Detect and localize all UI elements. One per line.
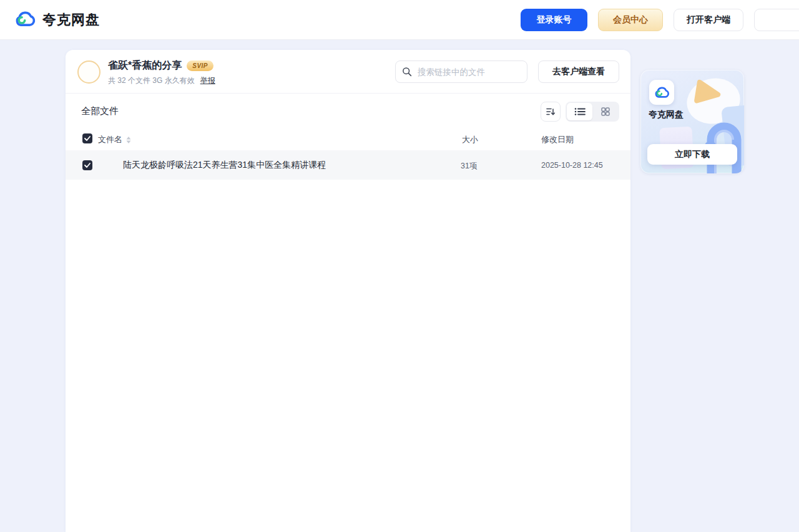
brand[interactable]: 夸克网盘 [14,0,100,40]
download-now-button[interactable]: 立即下载 [647,144,737,165]
report-link[interactable]: 举报 [200,75,215,86]
share-meta-text: 共 32 个文件 3G 永久有效 [108,75,195,86]
brand-name: 夸克网盘 [42,11,100,29]
list-view-button[interactable] [567,103,592,120]
row-checkbox[interactable] [82,160,92,170]
grid-view-icon [600,107,610,117]
share-header: 雀跃*香蕉的分享 SVIP 共 32 个文件 3G 永久有效 举报 去客户端查看 [66,50,630,94]
column-name-label: 文件名 [98,134,122,145]
select-all-checkbox[interactable] [82,133,92,143]
share-panel: 雀跃*香蕉的分享 SVIP 共 32 个文件 3G 永久有效 举报 去客户端查看… [66,50,630,532]
column-date-label: 修改日期 [541,134,574,145]
all-files-title: 全部文件 [81,105,119,117]
header-extra-button[interactable] [754,9,799,31]
view-in-client-button[interactable]: 去客户端查看 [538,60,619,83]
file-name[interactable]: 陆天龙极龄呼吸法21天养生营31集中医全集精讲课程 [123,160,326,171]
vip-center-button[interactable]: 会员中心 [598,9,663,31]
folder-icon-placeholder [105,158,120,173]
header-actions: 登录账号 会员中心 打开客户端 [521,9,799,31]
grid-view-button[interactable] [592,103,618,120]
name-sort-arrows-icon[interactable] [126,137,131,143]
sort-order-button[interactable] [541,102,561,122]
file-date: 2025-10-28 12:45 [541,161,603,170]
file-size: 31项 [461,161,477,172]
search-box[interactable] [395,60,527,83]
column-size-label: 大小 [462,134,478,145]
quark-cloud-logo-icon [14,9,37,31]
search-input[interactable] [416,67,521,77]
file-table-header: 文件名 大小 修改日期 [66,132,630,147]
view-mode-toggle [566,102,619,122]
sharer-avatar [77,60,100,84]
sort-lines-icon [546,107,556,117]
app-download-card[interactable]: 夸克网盘 立即下载 [640,70,744,173]
top-header: 夸克网盘 登录账号 会员中心 打开客户端 [0,0,799,40]
svip-badge: SVIP [187,60,213,71]
search-icon [402,67,412,77]
list-view-icon [574,107,586,116]
login-button[interactable]: 登录账号 [521,9,587,31]
promo-app-name: 夸克网盘 [649,109,684,120]
open-client-button[interactable]: 打开客户端 [674,9,743,31]
table-row[interactable]: 陆天龙极龄呼吸法21天养生营31集中医全集精讲课程 31项 2025-10-28… [66,150,630,180]
share-title: 雀跃*香蕉的分享 [108,59,182,72]
quark-app-icon [649,80,674,105]
